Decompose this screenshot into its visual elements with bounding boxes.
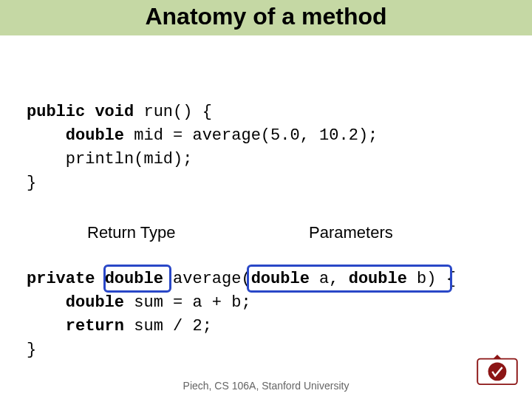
svg-point-1 [488,362,507,381]
keyword: double [66,293,124,312]
highlight-box-parameters [247,265,452,293]
keyword: void [95,103,134,121]
keyword: return [66,317,124,335]
highlight-box-return-type [103,265,171,293]
slide-footer: Piech, CS 106A, Stanford University [0,380,532,392]
keyword: private [27,270,95,288]
keyword: double [66,126,124,145]
keyword: public [27,103,85,121]
label-parameters: Parameters [309,223,393,242]
stanford-logo-icon [476,353,519,386]
slide-title: Anatomy of a method [0,3,532,30]
code-block-run: public void run() { double mid = average… [27,100,378,195]
label-return-type: Return Type [87,223,175,242]
